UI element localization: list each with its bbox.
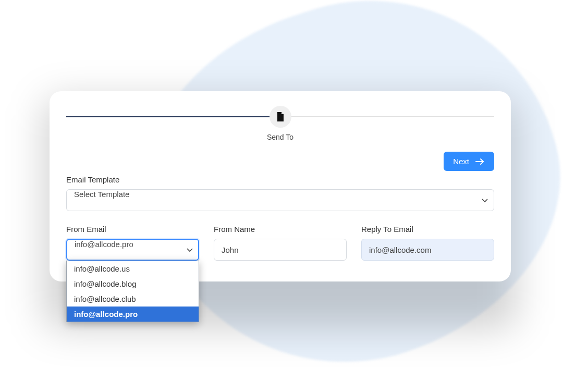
form-card: Send To Next Email Template Select Templ… [50, 91, 511, 281]
from-name-input[interactable] [214, 239, 347, 261]
from-email-select-wrap: info@allcode.pro [66, 239, 199, 261]
action-row: Next [66, 152, 494, 171]
from-email-dropdown[interactable]: info@allcode.us info@allcode.blog info@a… [66, 261, 199, 322]
from-email-field: From Email info@allcode.pro info@allcode… [66, 225, 199, 261]
from-name-label: From Name [214, 225, 347, 234]
stepper-line-active [66, 116, 280, 117]
from-name-field: From Name [214, 225, 347, 261]
from-email-option-selected[interactable]: info@allcode.pro [67, 307, 199, 322]
from-email-option[interactable]: info@allcode.club [67, 291, 199, 307]
reply-to-input[interactable] [361, 239, 494, 261]
stepper-step-label: Send To [267, 133, 293, 141]
from-email-label: From Email [66, 225, 199, 234]
arrow-right-icon [475, 158, 485, 165]
from-email-option[interactable]: info@allcode.us [67, 261, 199, 276]
stepper-step-send-to[interactable] [270, 106, 291, 128]
next-button[interactable]: Next [444, 152, 494, 171]
reply-to-field: Reply To Email [361, 225, 494, 261]
from-email-select[interactable]: info@allcode.pro [66, 239, 199, 261]
reply-to-label: Reply To Email [361, 225, 494, 234]
document-icon [276, 112, 285, 121]
email-template-field: Email Template Select Template [66, 175, 494, 211]
email-template-label: Email Template [66, 175, 494, 184]
next-button-label: Next [453, 157, 469, 166]
sender-row: From Email info@allcode.pro info@allcode… [66, 225, 494, 261]
email-template-select-wrap: Select Template [66, 189, 494, 211]
from-email-option[interactable]: info@allcode.blog [67, 276, 199, 291]
email-template-select[interactable]: Select Template [66, 189, 494, 211]
stepper: Send To [66, 95, 494, 148]
